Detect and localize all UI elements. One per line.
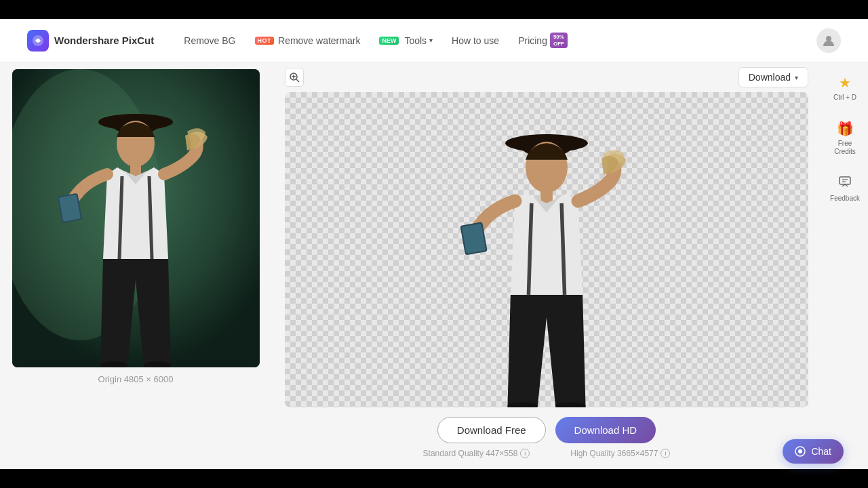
standard-quality-label: Standard Quality 447×558 xyxy=(423,449,518,458)
download-hd-button[interactable]: Download HD xyxy=(555,417,656,443)
logo-icon xyxy=(27,30,49,52)
bookmark-action[interactable]: ★ Ctrl + D xyxy=(828,68,862,108)
download-top-label: Download xyxy=(749,72,791,83)
svg-rect-6 xyxy=(130,163,141,176)
free-credits-label: Free Credits xyxy=(827,140,863,156)
original-photo xyxy=(12,69,260,367)
result-toolbar: Download ▾ xyxy=(285,62,808,92)
result-image xyxy=(285,92,808,407)
quality-info-row: Standard Quality 447×558 i High Quality … xyxy=(423,449,671,458)
chat-icon xyxy=(795,446,806,457)
original-caption: Origin 4805 × 6000 xyxy=(98,374,174,384)
download-chevron-icon: ▾ xyxy=(795,74,798,81)
logo[interactable]: Wondershare PixCut xyxy=(27,30,154,52)
chat-button[interactable]: Chat xyxy=(783,439,844,464)
pricing-label: Pricing xyxy=(518,35,547,46)
svg-point-1 xyxy=(826,36,831,41)
user-avatar[interactable] xyxy=(816,28,841,53)
feedback-action[interactable]: Feedback xyxy=(825,168,865,209)
tools-link[interactable]: NEW Tools ▾ xyxy=(379,35,433,46)
download-top-button[interactable]: Download ▾ xyxy=(738,67,808,87)
download-area: Download Free Download HD Standard Quali… xyxy=(285,407,808,462)
ctrl-d-label: Ctrl + D xyxy=(833,94,856,102)
how-to-use-link[interactable]: How to use xyxy=(452,35,499,46)
free-credits-action[interactable]: 🎁 Free Credits xyxy=(822,114,868,163)
original-image xyxy=(12,69,260,367)
svg-line-14 xyxy=(296,79,299,82)
right-sidebar: ★ Ctrl + D 🎁 Free Credits Feedback xyxy=(822,62,868,469)
high-quality-info-icon[interactable]: i xyxy=(660,449,670,458)
gift-icon: 🎁 xyxy=(837,121,854,137)
workspace: Origin 4805 × 6000 Download ▾ xyxy=(0,62,868,469)
remove-watermark-link[interactable]: HOT Remove watermark xyxy=(255,35,361,46)
original-panel: Origin 4805 × 6000 xyxy=(0,62,271,469)
pricing-link[interactable]: Pricing 50% OFF xyxy=(518,33,568,48)
hot-badge: HOT xyxy=(255,37,275,45)
result-panel: Download ▾ xyxy=(271,62,822,469)
download-free-button[interactable]: Download Free xyxy=(437,417,546,443)
result-photo xyxy=(285,92,808,407)
bookmark-icon: ★ xyxy=(839,75,851,91)
tools-label: Tools xyxy=(404,35,427,46)
zoom-button[interactable] xyxy=(285,68,304,87)
svg-rect-26 xyxy=(840,177,850,184)
navbar: Wondershare PixCut Remove BG HOT Remove … xyxy=(0,19,868,62)
off-badge: 50% OFF xyxy=(550,33,568,48)
svg-rect-19 xyxy=(540,188,553,203)
remove-watermark-label: Remove watermark xyxy=(278,35,360,46)
standard-quality-info-icon[interactable]: i xyxy=(520,449,530,458)
feedback-icon xyxy=(838,175,852,192)
feedback-label: Feedback xyxy=(830,195,860,203)
logo-text: Wondershare PixCut xyxy=(54,35,154,46)
remove-bg-link[interactable]: Remove BG xyxy=(184,35,235,46)
chat-label: Chat xyxy=(811,446,831,457)
svg-point-30 xyxy=(798,449,802,453)
standard-quality-info: Standard Quality 447×558 i xyxy=(423,449,530,458)
chevron-down-icon: ▾ xyxy=(429,37,433,44)
high-quality-info: High Quality 3665×4577 i xyxy=(570,449,670,458)
download-buttons-row: Download Free Download HD xyxy=(437,417,656,443)
high-quality-label: High Quality 3665×4577 xyxy=(570,449,658,458)
new-badge: NEW xyxy=(379,37,399,45)
